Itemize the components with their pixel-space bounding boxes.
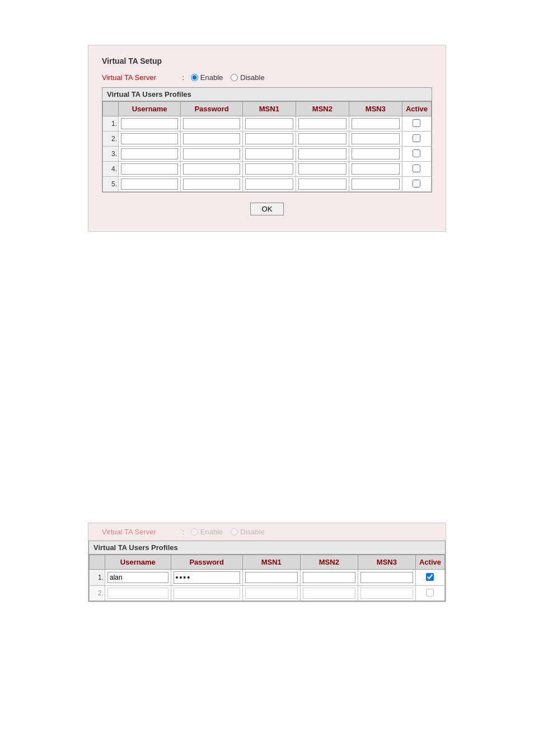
active-cell-3[interactable] — [402, 147, 431, 162]
password-input-2[interactable] — [183, 133, 240, 144]
msn1-input-4[interactable] — [245, 163, 293, 175]
active-checkbox-b2[interactable] — [426, 589, 434, 597]
msn3-input-4[interactable] — [352, 163, 400, 175]
th-msn2: MSN2 — [296, 102, 349, 116]
username-input-5[interactable] — [121, 179, 178, 190]
active-cell-1[interactable] — [402, 116, 431, 132]
password-cell-5[interactable] — [181, 177, 242, 192]
active-checkbox-2[interactable] — [413, 134, 420, 142]
password-cell-b2[interactable] — [171, 586, 242, 601]
table-header-row: Username Password MSN1 MSN2 MSN3 Active — [103, 102, 432, 116]
msn2-cell-2[interactable] — [296, 132, 349, 147]
msn1-cell-b1[interactable] — [242, 570, 300, 586]
msn1-input-b1[interactable] — [245, 572, 298, 583]
msn3-input-2[interactable] — [352, 133, 400, 144]
username-cell-1[interactable] — [119, 116, 181, 132]
msn1-cell-b2[interactable] — [242, 586, 300, 601]
password-input-3[interactable] — [183, 148, 240, 159]
active-checkbox-1[interactable] — [413, 119, 420, 127]
username-cell-5[interactable] — [119, 177, 181, 192]
msn2-cell-b2[interactable] — [300, 586, 358, 601]
active-checkbox-b1[interactable] — [426, 573, 434, 581]
msn2-input-1[interactable] — [298, 118, 346, 129]
username-input-1[interactable] — [121, 118, 178, 129]
msn3-input-b2[interactable] — [360, 588, 413, 599]
username-input-2[interactable] — [121, 133, 178, 144]
msn2-cell-5[interactable] — [296, 177, 349, 192]
enable-radio[interactable] — [191, 74, 198, 81]
msn2-cell-3[interactable] — [296, 147, 349, 162]
username-cell-b1[interactable] — [105, 570, 171, 586]
msn1-cell-2[interactable] — [242, 132, 296, 147]
password-cell-b1[interactable] — [171, 570, 242, 586]
username-cell-4[interactable] — [119, 162, 181, 177]
active-checkbox-4[interactable] — [413, 165, 420, 172]
msn3-input-3[interactable] — [352, 148, 400, 159]
ok-button-top[interactable]: OK — [250, 203, 284, 215]
msn1-cell-3[interactable] — [242, 147, 296, 162]
msn2-input-2[interactable] — [298, 133, 346, 144]
msn2-input-4[interactable] — [298, 163, 346, 175]
msn1-cell-5[interactable] — [242, 177, 296, 192]
password-cell-1[interactable] — [181, 116, 242, 132]
username-input-3[interactable] — [121, 148, 178, 159]
enable-radio-label[interactable]: Enable — [191, 73, 223, 82]
password-cell-2[interactable] — [181, 132, 242, 147]
th-password-b: Password — [171, 555, 242, 570]
server-label: Virtual TA Server — [102, 73, 180, 82]
username-cell-b2[interactable] — [105, 586, 171, 601]
msn2-cell-1[interactable] — [296, 116, 349, 132]
msn1-input-3[interactable] — [245, 148, 293, 159]
password-input-1[interactable] — [183, 118, 240, 129]
msn1-input-1[interactable] — [245, 118, 293, 129]
msn3-cell-1[interactable] — [349, 116, 402, 132]
profiles-section-title-top: Virtual TA Users Profiles — [102, 88, 432, 101]
msn2-input-b1[interactable] — [303, 572, 355, 583]
active-cell-5[interactable] — [402, 177, 431, 192]
msn3-input-5[interactable] — [352, 179, 400, 190]
msn1-input-b2[interactable] — [245, 588, 298, 599]
disable-radio-label[interactable]: Disable — [231, 73, 264, 82]
msn3-cell-3[interactable] — [349, 147, 402, 162]
disable-radio[interactable] — [231, 74, 238, 81]
msn3-cell-2[interactable] — [349, 132, 402, 147]
username-cell-3[interactable] — [119, 147, 181, 162]
table-row: 2. — [103, 132, 432, 147]
msn2-input-3[interactable] — [298, 148, 346, 159]
disable-radio-label-bottom: Disable — [231, 528, 264, 536]
username-input-4[interactable] — [121, 163, 178, 175]
msn3-cell-b1[interactable] — [358, 570, 415, 586]
msn2-input-5[interactable] — [298, 179, 346, 190]
password-cell-3[interactable] — [181, 147, 242, 162]
msn1-cell-1[interactable] — [242, 116, 296, 132]
username-input-b2[interactable] — [107, 588, 168, 599]
msn1-cell-4[interactable] — [242, 162, 296, 177]
msn3-cell-b2[interactable] — [358, 586, 415, 601]
enable-label-bottom: Enable — [200, 528, 223, 536]
msn2-input-b2[interactable] — [303, 588, 355, 599]
msn3-input-b1[interactable] — [360, 572, 413, 583]
active-checkbox-5[interactable] — [413, 180, 420, 187]
msn2-cell-4[interactable] — [296, 162, 349, 177]
active-cell-2[interactable] — [402, 132, 431, 147]
username-cell-2[interactable] — [119, 132, 181, 147]
active-cell-4[interactable] — [402, 162, 431, 177]
password-input-5[interactable] — [183, 179, 240, 190]
table-row: 4. — [103, 162, 432, 177]
password-cell-4[interactable] — [181, 162, 242, 177]
msn3-input-1[interactable] — [352, 118, 400, 129]
server-radio-group[interactable]: Enable Disable — [191, 73, 265, 82]
password-input-b1[interactable] — [174, 571, 240, 584]
active-checkbox-3[interactable] — [413, 149, 420, 157]
active-cell-b1[interactable] — [415, 570, 444, 586]
msn1-input-5[interactable] — [245, 179, 293, 190]
msn3-cell-5[interactable] — [349, 177, 402, 192]
msn2-cell-b1[interactable] — [300, 570, 358, 586]
active-cell-b2[interactable] — [415, 586, 444, 601]
th-blank — [103, 102, 119, 116]
username-input-b1[interactable] — [107, 572, 168, 583]
password-input-4[interactable] — [183, 163, 240, 175]
msn3-cell-4[interactable] — [349, 162, 402, 177]
msn1-input-2[interactable] — [245, 133, 293, 144]
password-input-b2[interactable] — [174, 588, 240, 599]
